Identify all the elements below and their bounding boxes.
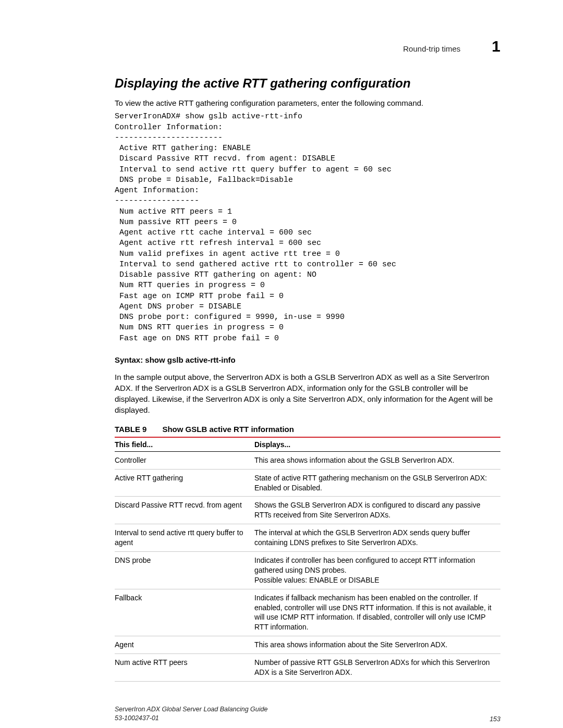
table-row: FallbackIndicates if fallback mechanism … bbox=[115, 589, 500, 636]
footer-page-number: 153 bbox=[489, 715, 500, 723]
code-block: ServerIronADX# show gslb active-rtt-info… bbox=[115, 112, 500, 344]
table-heading: TABLE 9 Show GSLB active RTT information bbox=[115, 425, 500, 434]
table-row: Active RTT gatheringState of active RTT … bbox=[115, 469, 500, 497]
col-header-field: This field... bbox=[115, 437, 254, 452]
intro-text: To view the active RTT gathering configu… bbox=[115, 98, 500, 108]
table-cell-field: Num active RTT peers bbox=[115, 654, 254, 682]
table-cell-field: Active RTT gathering bbox=[115, 469, 254, 497]
table-row: Interval to send active rtt query buffer… bbox=[115, 524, 500, 552]
table-cell-displays: This area shows information about the GS… bbox=[254, 451, 500, 469]
syntax-line: Syntax: show gslb active-rtt-info bbox=[115, 355, 500, 364]
table-body: ControllerThis area shows information ab… bbox=[115, 451, 500, 681]
footer-docnum: 53-1002437-01 bbox=[115, 714, 159, 722]
info-table: This field... Displays... ControllerThis… bbox=[115, 437, 500, 682]
page-footer: ServerIron ADX Global Server Load Balanc… bbox=[115, 705, 500, 723]
syntax-command: show gslb active-rtt-info bbox=[145, 355, 235, 364]
table-cell-field: Interval to send active rtt query buffer… bbox=[115, 524, 254, 552]
chapter-number: 1 bbox=[492, 38, 500, 55]
table-label: TABLE 9 bbox=[115, 425, 146, 434]
table-row: Num active RTT peersNumber of passive RT… bbox=[115, 654, 500, 682]
table-row: DNS probeIndicates if controller has bee… bbox=[115, 551, 500, 589]
table-cell-field: Agent bbox=[115, 636, 254, 654]
table-cell-displays: Shows the GSLB ServerIron ADX is configu… bbox=[254, 497, 500, 524]
header-section-label: Round-trip times bbox=[403, 44, 460, 53]
document-page: Round-trip times 1 Displaying the active… bbox=[0, 0, 563, 728]
table-cell-field: DNS probe bbox=[115, 551, 254, 589]
table-row: ControllerThis area shows information ab… bbox=[115, 451, 500, 469]
col-header-displays: Displays... bbox=[254, 437, 500, 452]
table-cell-displays: Indicates if fallback mechanism has been… bbox=[254, 589, 500, 636]
table-row: AgentThis area shows information about t… bbox=[115, 636, 500, 654]
table-title: Show GSLB active RTT information bbox=[162, 425, 294, 434]
page-header: Round-trip times 1 bbox=[115, 38, 500, 55]
table-cell-field: Fallback bbox=[115, 589, 254, 636]
explanation-text: In the sample output above, the ServerIr… bbox=[115, 372, 500, 415]
section-title: Displaying the active RTT gathering conf… bbox=[115, 76, 500, 91]
table-cell-displays: Indicates if controller has been configu… bbox=[254, 551, 500, 589]
table-cell-displays: This area shows information about the Si… bbox=[254, 636, 500, 654]
footer-guide: ServerIron ADX Global Server Load Balanc… bbox=[115, 706, 267, 713]
table-cell-field: Controller bbox=[115, 451, 254, 469]
table-cell-displays: State of active RTT gathering mechanism … bbox=[254, 469, 500, 497]
table-cell-displays: The interval at which the GSLB ServerIro… bbox=[254, 524, 500, 552]
syntax-label: Syntax: bbox=[115, 355, 143, 364]
table-header-row: This field... Displays... bbox=[115, 437, 500, 452]
table-cell-field: Discard Passive RTT recvd. from agent bbox=[115, 497, 254, 524]
table-row: Discard Passive RTT recvd. from agentSho… bbox=[115, 497, 500, 524]
table-cell-displays: Number of passive RTT GSLB ServerIron AD… bbox=[254, 654, 500, 682]
